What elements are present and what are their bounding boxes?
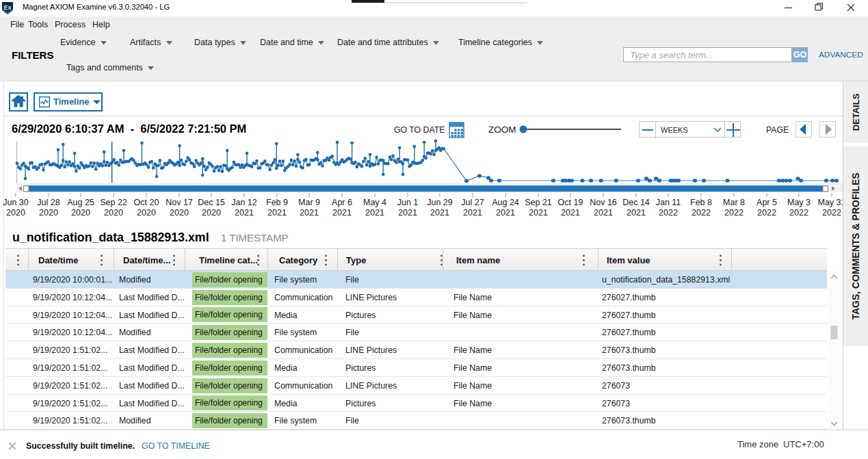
- svg-text:2021: 2021: [496, 208, 515, 218]
- svg-text:Nov 17: Nov 17: [166, 198, 193, 207]
- svg-text:2021: 2021: [594, 208, 613, 218]
- svg-text:Jan 11: Jan 11: [656, 198, 681, 207]
- svg-text:2021: 2021: [365, 208, 384, 218]
- svg-text:2021: 2021: [463, 208, 482, 218]
- svg-text:Jul 28: Jul 28: [37, 198, 60, 207]
- svg-text:Feb 8: Feb 8: [690, 198, 712, 207]
- svg-text:2021: 2021: [561, 208, 580, 218]
- svg-text:2020: 2020: [71, 208, 90, 218]
- svg-text:Apr 6: Apr 6: [332, 198, 352, 207]
- svg-text:Apr 5: Apr 5: [757, 198, 777, 207]
- svg-text:2022: 2022: [789, 208, 808, 218]
- svg-text:2020: 2020: [6, 208, 25, 218]
- svg-text:Oct 19: Oct 19: [558, 198, 583, 207]
- svg-text:2021: 2021: [398, 208, 417, 218]
- svg-text:2021: 2021: [300, 208, 319, 218]
- svg-text:Sep 21: Sep 21: [525, 198, 552, 207]
- svg-text:2020: 2020: [104, 208, 123, 218]
- svg-text:Nov 16: Nov 16: [590, 198, 617, 207]
- svg-text:Jun 29: Jun 29: [427, 198, 453, 207]
- svg-text:May 31: May 31: [818, 198, 843, 207]
- svg-text:May 3: May 3: [787, 198, 811, 207]
- svg-text:2020: 2020: [202, 208, 221, 218]
- svg-text:2022: 2022: [724, 208, 744, 218]
- svg-text:2020: 2020: [39, 208, 58, 218]
- svg-text:Mar 9: Mar 9: [298, 198, 320, 207]
- svg-text:Jun 1: Jun 1: [397, 198, 419, 207]
- svg-text:Jun 30: Jun 30: [3, 198, 29, 207]
- svg-text:2021: 2021: [430, 208, 449, 218]
- svg-text:Feb 9: Feb 9: [266, 198, 288, 207]
- svg-text:Mar 8: Mar 8: [723, 198, 745, 207]
- svg-text:Aug 24: Aug 24: [492, 198, 519, 207]
- svg-text:Jan 12: Jan 12: [231, 198, 257, 207]
- svg-text:2021: 2021: [267, 208, 287, 218]
- svg-text:Oct 20: Oct 20: [134, 198, 159, 207]
- svg-text:2020: 2020: [137, 208, 156, 218]
- svg-text:Sep 22: Sep 22: [100, 198, 127, 207]
- svg-text:2022: 2022: [822, 208, 841, 218]
- svg-text:2021: 2021: [235, 208, 254, 218]
- svg-text:2021: 2021: [332, 208, 352, 218]
- svg-text:2022: 2022: [757, 208, 776, 218]
- svg-text:2020: 2020: [170, 208, 189, 218]
- svg-text:Jul 27: Jul 27: [461, 198, 484, 207]
- svg-text:Aug 25: Aug 25: [67, 198, 94, 207]
- svg-text:Dec 14: Dec 14: [622, 198, 650, 207]
- svg-text:2022: 2022: [692, 208, 711, 218]
- svg-text:2021: 2021: [627, 208, 646, 218]
- svg-text:2021: 2021: [529, 208, 548, 218]
- svg-text:Dec 15: Dec 15: [198, 198, 225, 207]
- svg-text:2022: 2022: [659, 208, 678, 218]
- svg-text:May 4: May 4: [363, 198, 386, 207]
